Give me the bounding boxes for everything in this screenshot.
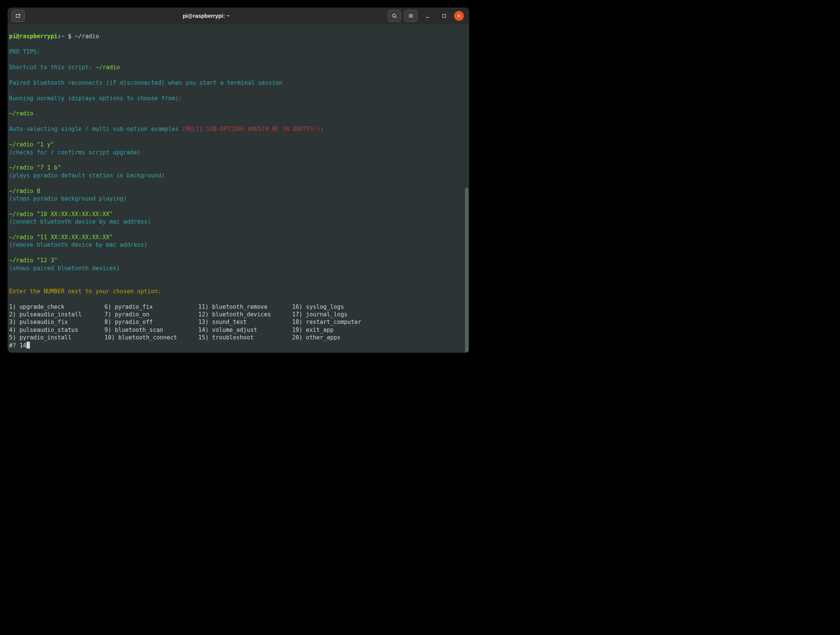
shortcut-cmd: ~/radio (96, 64, 120, 71)
minimize-button[interactable] (421, 10, 434, 22)
input-prompt-value[interactable]: 14 (19, 342, 26, 349)
option-19: 19) exit_app (292, 326, 368, 334)
example-1-note: (checks for / confirms script upgrade) (9, 149, 141, 156)
example-1-cmd: ~/radio "1 y" (9, 141, 54, 148)
option-20: 20) other_apps (292, 334, 368, 341)
maximize-button[interactable] (437, 10, 451, 22)
input-prompt-prefix: #? (9, 342, 19, 349)
pro-tips-header: PRO TIPS: (9, 49, 40, 55)
new-tab-button[interactable] (11, 10, 25, 22)
prompt-separator: : (57, 33, 61, 40)
terminal-window: pi@raspberrypi: ~ (8, 8, 469, 353)
option-7: 7) pyradio_on (104, 311, 198, 318)
enter-number-instruction: Enter the NUMBER next to your chosen opt… (9, 288, 161, 295)
cursor-block (27, 342, 30, 349)
option-15: 15) troubleshoot (198, 334, 292, 341)
option-1: 1) upgrade_check (9, 303, 104, 311)
auto-select-label: Auto-selecting single / multi sub-option… (9, 126, 182, 133)
example-5-note: (remove bluetooth device by mac address) (9, 242, 148, 248)
option-3: 3) pulseaudio_fix (9, 318, 104, 326)
terminal-content[interactable]: pi@raspberrypi:~ $ ~/radio PRO TIPS: Sho… (8, 24, 469, 353)
cmd-plain: ~/radio (9, 110, 33, 117)
prompt-path: ~ (61, 33, 64, 40)
option-16: 16) syslog_logs (292, 303, 368, 311)
option-14: 14) volume_adjust (198, 326, 292, 334)
example-3-cmd: ~/radio 8 (9, 188, 40, 194)
option-5: 5) pyradio_install (9, 334, 104, 341)
option-2: 2) pulseaudio_install (9, 311, 104, 318)
svg-point-1 (392, 14, 395, 17)
window-title: pi@raspberrypi: ~ (26, 13, 387, 19)
scrollbar-thumb[interactable] (465, 188, 469, 353)
menu-button[interactable] (404, 10, 418, 22)
option-10: 10) bluetooth_connect (104, 334, 198, 341)
option-17: 17) journal_logs (292, 311, 368, 318)
option-12: 12) bluetooth_devices (198, 311, 292, 318)
example-2-cmd: ~/radio "7 1 b" (9, 164, 61, 171)
svg-rect-2 (443, 14, 446, 17)
prompt-user-host: pi@raspberrypi (9, 33, 57, 40)
auto-select-warn: (MULTI SUB-OPTIONS #MUST# BE IN QUOTES!) (182, 126, 321, 133)
example-3-note: (stops pyradio background playing) (9, 195, 127, 202)
prompt-command: ~/radio (75, 33, 99, 40)
example-5-cmd: ~/radio "11 XX:XX:XX:XX:XX:XX" (9, 234, 113, 241)
option-8: 8) pyradio_off (104, 318, 198, 326)
example-2-note: (plays pyradio default station in backgr… (9, 172, 164, 179)
close-button[interactable] (454, 11, 464, 21)
titlebar: pi@raspberrypi: ~ (8, 8, 469, 24)
example-4-note: (connect bluetooth device by mac address… (9, 218, 151, 225)
option-9: 9) bluetooth_scan (104, 326, 198, 334)
auto-select-colon: : (321, 126, 324, 133)
example-6-note: (shows paired bluetooth devices) (9, 265, 120, 272)
example-6-cmd: ~/radio "12 3" (9, 257, 57, 264)
search-button[interactable] (387, 10, 401, 22)
option-13: 13) sound_test (198, 318, 292, 326)
option-4: 4) pulseaudio_status (9, 326, 104, 334)
option-11: 11) bluetooth_remove (198, 303, 292, 311)
shortcut-label: Shortcut to this script: (9, 64, 96, 71)
prompt-dollar: $ (64, 33, 74, 40)
option-6: 6) pyradio_fix (104, 303, 198, 311)
option-18: 18) restart_computer (292, 318, 368, 326)
bt-reconnect-note: Paired bluetooth reconnects (if disconne… (9, 79, 282, 86)
options-menu: 1) upgrade_check 6) pyradio_fix11) bluet… (9, 303, 468, 342)
running-normally-note: Running normally (diplays options to cho… (9, 95, 182, 102)
example-4-cmd: ~/radio "10 XX:XX:XX:XX:XX:XX" (9, 211, 113, 218)
